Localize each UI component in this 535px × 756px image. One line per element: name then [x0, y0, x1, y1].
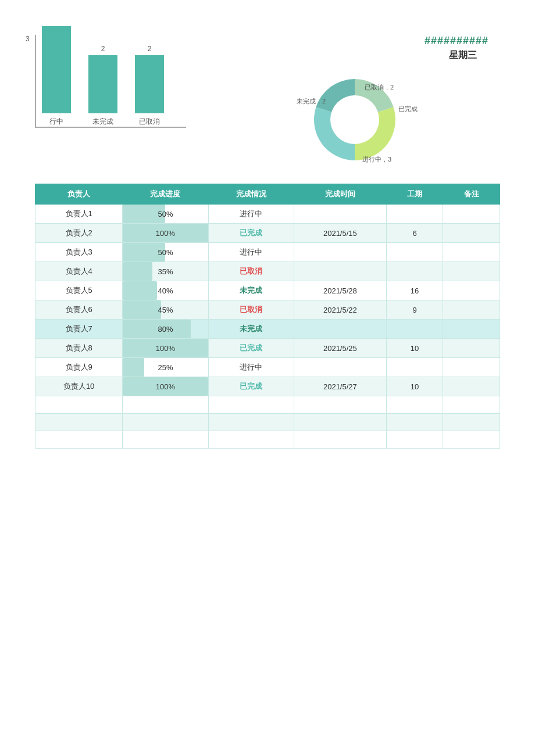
cell-duration — [386, 358, 443, 377]
cell-note — [443, 358, 500, 377]
bar-group-1: 行中 — [42, 24, 71, 127]
cell-note — [443, 320, 500, 339]
top-section: 3 行中 2 未完成 2 已取消 ########## 星期三 — [35, 35, 500, 172]
table-row: 负责人540%未完成2021/5/2816 — [35, 281, 500, 300]
bar-label-top-3: 2 — [148, 45, 152, 53]
cell-progress: 80% — [123, 320, 208, 339]
cell-note — [443, 339, 500, 358]
cell-status — [208, 431, 294, 449]
cell-status: 进行中 — [208, 243, 294, 262]
cell-status: 进行中 — [208, 358, 294, 377]
cell-note — [443, 431, 500, 449]
table-row: 负责人435%已取消 — [35, 262, 500, 281]
cell-duration — [386, 243, 443, 262]
cell-status — [208, 396, 294, 414]
table-row — [35, 431, 500, 449]
cell-progress: 100% — [123, 339, 208, 358]
cell-progress: 25% — [123, 358, 208, 377]
th-date: 完成时间 — [294, 184, 387, 205]
cell-date — [294, 414, 387, 431]
cell-status: 已取消 — [208, 262, 294, 281]
table-row: 负责人925%进行中 — [35, 358, 500, 377]
cell-date — [294, 320, 387, 339]
cell-progress: 35% — [123, 262, 208, 281]
donut-label-weiwancheng: 未完成，2 — [297, 98, 326, 105]
cell-status: 已取消 — [208, 300, 294, 320]
cell-duration: 9 — [386, 300, 443, 320]
bar-chart-area: 3 行中 2 未完成 2 已取消 — [35, 35, 186, 128]
table-row: 负责人8100%已完成2021/5/2510 — [35, 339, 500, 358]
cell-duration — [386, 414, 443, 431]
table-row — [35, 414, 500, 431]
cell-progress — [123, 431, 208, 449]
cell-date — [294, 205, 387, 224]
cell-person: 负责人10 — [35, 377, 123, 396]
y-axis-label: 3 — [26, 35, 30, 43]
cell-status: 未完成 — [208, 281, 294, 300]
cell-person: 负责人7 — [35, 320, 123, 339]
th-status: 完成情况 — [208, 184, 294, 205]
donut-label-yiquxiao: 已取消，2 — [365, 84, 394, 91]
cell-note — [443, 224, 500, 243]
cell-duration: 10 — [386, 339, 443, 358]
cell-status: 已完成 — [208, 224, 294, 243]
cell-note — [443, 205, 500, 224]
cell-person: 负责人5 — [35, 281, 123, 300]
cell-person: 负责人3 — [35, 243, 123, 262]
cell-status: 已完成 — [208, 339, 294, 358]
table-header-row: 负责人 完成进度 完成情况 完成时间 工期 备注 — [35, 184, 500, 205]
table-row: 负责人150%进行中 — [35, 205, 500, 224]
cell-duration — [386, 431, 443, 449]
cell-person: 负责人2 — [35, 224, 123, 243]
cell-note — [443, 262, 500, 281]
task-table: 负责人 完成进度 完成情况 完成时间 工期 备注 负责人150%进行中负责人21… — [35, 184, 500, 449]
cell-progress: 45% — [123, 300, 208, 320]
cell-status: 已完成 — [208, 377, 294, 396]
cell-progress: 40% — [123, 281, 208, 300]
cell-date: 2021/5/15 — [294, 224, 387, 243]
bar-label-top-2: 2 — [101, 45, 105, 53]
header-hashes: ########## — [425, 35, 488, 47]
cell-person: 负责人4 — [35, 262, 123, 281]
cell-progress: 100% — [123, 377, 208, 396]
cell-date — [294, 396, 387, 414]
cell-date — [294, 431, 387, 449]
cell-note — [443, 281, 500, 300]
th-person: 负责人 — [35, 184, 123, 205]
cell-status: 进行中 — [208, 205, 294, 224]
donut-label-yiwancheng: 已完成，3 — [398, 105, 419, 112]
th-note: 备注 — [443, 184, 500, 205]
cell-status: 未完成 — [208, 320, 294, 339]
th-progress: 完成进度 — [123, 184, 208, 205]
bar-group-2: 2 未完成 — [88, 45, 117, 127]
cell-note — [443, 377, 500, 396]
header-day: 星期三 — [449, 49, 477, 62]
cell-date: 2021/5/22 — [294, 300, 387, 320]
cell-progress — [123, 414, 208, 431]
cell-person: 负责人1 — [35, 205, 123, 224]
bar-1 — [42, 26, 71, 113]
cell-person: 负责人8 — [35, 339, 123, 358]
bar-group-3: 2 已取消 — [135, 45, 164, 127]
cell-date — [294, 358, 387, 377]
donut-hole — [330, 95, 379, 144]
cell-date: 2021/5/27 — [294, 377, 387, 396]
cell-person — [35, 396, 123, 414]
table-body: 负责人150%进行中负责人2100%已完成2021/5/156负责人350%进行… — [35, 205, 500, 449]
bar-chart: 3 行中 2 未完成 2 已取消 — [35, 35, 186, 128]
cell-date — [294, 243, 387, 262]
cell-person — [35, 414, 123, 431]
cell-person: 负责人6 — [35, 300, 123, 320]
donut-svg: 已取消，2 已完成，3 进行中，3 未完成，2 — [291, 67, 419, 172]
cell-note — [443, 243, 500, 262]
table-row — [35, 396, 500, 414]
table-row: 负责人2100%已完成2021/5/156 — [35, 224, 500, 243]
cell-date: 2021/5/25 — [294, 339, 387, 358]
cell-progress: 100% — [123, 224, 208, 243]
table-row: 负责人350%进行中 — [35, 243, 500, 262]
cell-progress — [123, 396, 208, 414]
table-row: 负责人10100%已完成2021/5/2710 — [35, 377, 500, 396]
cell-duration — [386, 205, 443, 224]
donut-chart: 已取消，2 已完成，3 进行中，3 未完成，2 — [291, 67, 419, 172]
cell-progress: 50% — [123, 243, 208, 262]
